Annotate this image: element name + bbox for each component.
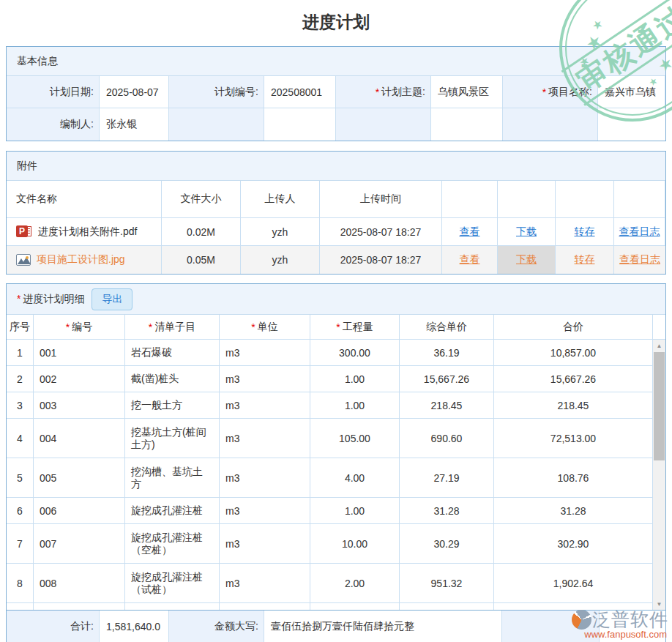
basic-info-section: 基本信息 计划日期: 2025-08-07 计划编号: 202508001 *计… [6, 46, 666, 141]
detail-title-text: 进度计划明细 [23, 293, 84, 305]
row-code: 005 [34, 458, 125, 498]
download-link[interactable]: 下载 [516, 253, 537, 266]
empty-label-cell [169, 108, 264, 141]
action-cell: 转存 [556, 218, 614, 246]
view-link[interactable]: 查看 [460, 225, 480, 239]
detail-section: *进度计划明细 导出 序号 *编号 *清单子目 *单位 *工程量 综合单价 合价… [6, 283, 666, 610]
row-unit: m3 [220, 498, 310, 524]
row-no: 7 [7, 524, 34, 564]
view-log-link[interactable]: 查看日志 [619, 253, 660, 266]
required-asterisk: * [251, 321, 255, 333]
col-header-qty: *工程量 [310, 315, 400, 340]
attachment-row-file: 项目施工设计图.jpg [7, 246, 162, 274]
table-row: 1 001 岩石爆破 m3 300.00 36.19 10,857.00 [7, 340, 665, 366]
file-name-header: 文件名称 [7, 181, 162, 218]
view-log-link[interactable]: 查看日志 [619, 225, 660, 239]
basic-info-grid: 计划日期: 2025-08-07 计划编号: 202508001 *计划主题: … [7, 76, 665, 141]
file-size-cell: 0.05M [162, 246, 241, 274]
plan-subject-label: *计划主题: [336, 76, 431, 108]
row-price: 30.29 [400, 524, 494, 564]
col-header-price: 综合单价 [400, 315, 494, 340]
row-code [34, 603, 125, 610]
col-header-total: 合价 [494, 315, 653, 340]
uploader-header: 上传人 [241, 181, 320, 218]
transfer-link[interactable]: 转存 [575, 225, 595, 239]
action-header-cell [442, 181, 498, 218]
row-code: 007 [34, 524, 125, 564]
plan-number-label: 计划编号: [169, 76, 264, 108]
row-no: 8 [7, 564, 34, 603]
export-button[interactable]: 导出 [92, 288, 132, 310]
detail-table-body: 1 001 岩石爆破 m3 300.00 36.19 10,857.00 2 0… [7, 340, 665, 610]
row-price: 218.45 [400, 392, 494, 419]
row-qty: 10.00 [310, 524, 400, 564]
scroll-up-icon[interactable]: ▲ [653, 340, 665, 351]
row-price: 27.19 [400, 458, 494, 498]
row-unit: m3 [220, 366, 310, 392]
row-no: 6 [7, 498, 34, 524]
row-code: 003 [34, 392, 125, 419]
required-asterisk: * [17, 293, 20, 305]
pdf-file-icon: P [16, 225, 32, 238]
field-label-text: 计划日期: [50, 86, 94, 99]
row-unit: m3 [220, 524, 310, 564]
detail-title: *进度计划明细 [17, 293, 84, 306]
field-label-text: 项目名称: [548, 86, 592, 99]
view-link[interactable]: 查看 [460, 253, 480, 266]
row-qty [310, 603, 400, 610]
table-row: 7 007 旋挖成孔灌注桩（空桩） m3 10.00 30.29 302.90 [7, 524, 665, 564]
file-name-text: 进度计划相关附件.pdf [38, 225, 137, 239]
uploader-cell: yzh [241, 218, 320, 246]
table-row: 3 003 挖一般土方 m3 1.00 218.45 218.45 [7, 392, 665, 419]
row-qty: 4.00 [310, 458, 400, 498]
vertical-scrollbar[interactable]: ▲ ▼ [653, 340, 665, 610]
row-total: 31.28 [494, 498, 653, 524]
row-total: 72,513.00 [494, 419, 653, 458]
download-link[interactable]: 下载 [516, 225, 537, 239]
plan-date-label: 计划日期: [7, 76, 100, 108]
transfer-link[interactable]: 转存 [575, 253, 595, 266]
plan-number-value: 202508001 [264, 76, 336, 108]
totals-footer: 合计: 1,581,640.0 金额大写: 壹佰伍拾捌万壹仟陆佰肆拾元整 [6, 610, 666, 642]
col-header-text: 工程量 [343, 321, 373, 334]
required-asterisk: * [149, 321, 152, 333]
row-item: 挖基坑土方(桩间土方) [125, 419, 220, 458]
row-code: 001 [34, 340, 125, 366]
action-cell: 转存 [556, 246, 614, 274]
row-no: 3 [7, 392, 34, 419]
row-qty: 1.00 [310, 498, 400, 524]
row-qty: 1.00 [310, 392, 400, 419]
row-qty: 1.00 [310, 366, 400, 392]
row-price: 15,667.26 [400, 366, 494, 392]
attachments-title: 附件 [7, 152, 665, 181]
required-asterisk: * [336, 321, 340, 333]
row-item: 截(凿)桩头 [125, 366, 220, 392]
empty-value-cell [264, 108, 336, 141]
row-code: 008 [34, 564, 125, 603]
action-cell: 查看日志 [614, 218, 665, 246]
action-cell: 下载 [498, 218, 556, 246]
row-code: 002 [34, 366, 125, 392]
row-price: 36.19 [400, 340, 494, 366]
row-total: 15,667.26 [494, 366, 653, 392]
row-item: 旋挖成孔灌注桩 [125, 498, 220, 524]
row-code: 004 [34, 419, 125, 458]
required-asterisk: * [376, 86, 379, 98]
fanpu-url: www.fanpusoft.com [572, 629, 668, 640]
attachment-row-file: P 进度计划相关附件.pdf [7, 218, 162, 246]
row-unit: m3 [220, 564, 310, 603]
project-name-label: *项目名称: [503, 76, 598, 108]
col-header-item: *清单子目 [125, 315, 220, 340]
project-name-value: 嘉兴市乌镇 [598, 76, 665, 108]
compiler-label: 编制人: [7, 108, 100, 141]
row-total: 302.90 [494, 524, 653, 564]
row-code: 006 [34, 498, 125, 524]
scrollbar-thumb[interactable] [654, 352, 665, 460]
col-header-no: 序号 [7, 315, 34, 340]
col-header-text: 编号 [72, 321, 92, 334]
plan-date-value: 2025-08-07 [100, 76, 169, 108]
row-qty: 105.00 [310, 419, 400, 458]
image-file-icon [16, 254, 31, 266]
row-no: 1 [7, 340, 34, 366]
header-filler-cell [653, 315, 665, 340]
